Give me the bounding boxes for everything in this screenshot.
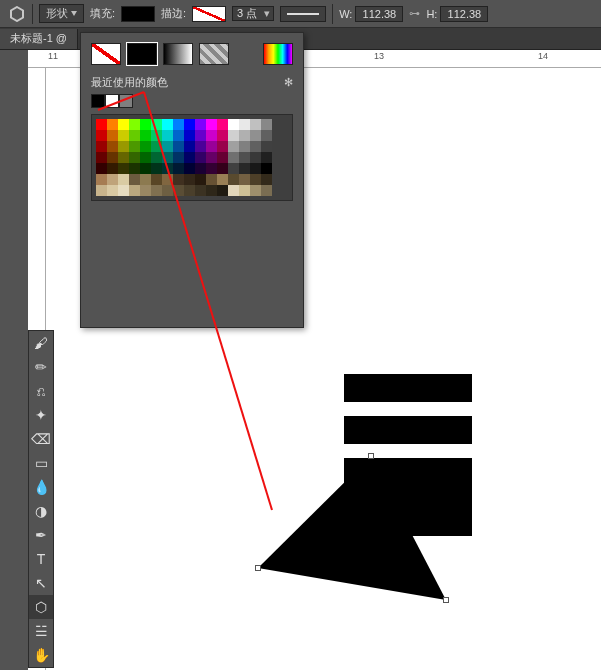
palette-swatch[interactable] (228, 141, 239, 152)
palette-swatch[interactable] (96, 141, 107, 152)
palette-swatch[interactable] (173, 119, 184, 130)
palette-swatch[interactable] (118, 119, 129, 130)
palette-swatch[interactable] (151, 141, 162, 152)
palette-swatch[interactable] (96, 119, 107, 130)
palette-swatch[interactable] (261, 185, 272, 196)
pen-icon[interactable]: ✒ (29, 523, 53, 547)
recent-color[interactable] (91, 94, 105, 108)
palette-swatch[interactable] (118, 163, 129, 174)
palette-swatch[interactable] (140, 185, 151, 196)
palette-swatch[interactable] (195, 141, 206, 152)
palette-swatch[interactable] (217, 174, 228, 185)
palette-swatch[interactable] (228, 185, 239, 196)
palette-swatch[interactable] (162, 141, 173, 152)
shape-mode-dropdown[interactable]: 形状 (39, 4, 84, 23)
palette-swatch[interactable] (129, 174, 140, 185)
palette-swatch[interactable] (217, 130, 228, 141)
palette-swatch[interactable] (129, 152, 140, 163)
palette-swatch[interactable] (96, 152, 107, 163)
palette-swatch[interactable] (195, 163, 206, 174)
palette-swatch[interactable] (151, 174, 162, 185)
palette-swatch[interactable] (239, 174, 250, 185)
palette-swatch[interactable] (228, 130, 239, 141)
anchor-point[interactable] (255, 565, 261, 571)
palette-swatch[interactable] (173, 130, 184, 141)
palette-swatch[interactable] (239, 141, 250, 152)
recent-color[interactable] (105, 94, 119, 108)
palette-swatch[interactable] (250, 130, 261, 141)
palette-swatch[interactable] (140, 152, 151, 163)
palette-swatch[interactable] (151, 130, 162, 141)
palette-swatch[interactable] (140, 130, 151, 141)
palette-swatch[interactable] (173, 185, 184, 196)
black-rectangle[interactable] (344, 416, 472, 444)
palette-swatch[interactable] (195, 130, 206, 141)
palette-swatch[interactable] (162, 185, 173, 196)
anchor-point[interactable] (443, 597, 449, 603)
palette-swatch[interactable] (217, 152, 228, 163)
recent-color[interactable] (119, 94, 133, 108)
palette-swatch[interactable] (195, 185, 206, 196)
palette-swatch[interactable] (228, 119, 239, 130)
palette-swatch[interactable] (239, 163, 250, 174)
palette-swatch[interactable] (118, 130, 129, 141)
palette-swatch[interactable] (261, 174, 272, 185)
blur-icon[interactable]: 💧 (29, 475, 53, 499)
palette-swatch[interactable] (118, 174, 129, 185)
palette-swatch[interactable] (250, 119, 261, 130)
palette-swatch[interactable] (239, 185, 250, 196)
palette-swatch[interactable] (250, 163, 261, 174)
palette-swatch[interactable] (107, 141, 118, 152)
palette-swatch[interactable] (151, 152, 162, 163)
palette-swatch[interactable] (162, 119, 173, 130)
eraser-icon[interactable]: ⌫ (29, 427, 53, 451)
history-brush-icon[interactable]: 🖌 (29, 331, 53, 355)
palette-swatch[interactable] (195, 174, 206, 185)
clone-stamp-icon[interactable]: ⎌ (29, 379, 53, 403)
palette-swatch[interactable] (151, 119, 162, 130)
palette-swatch[interactable] (217, 185, 228, 196)
palette-swatch[interactable] (239, 130, 250, 141)
palette-swatch[interactable] (129, 141, 140, 152)
palette-swatch[interactable] (195, 152, 206, 163)
palette-swatch[interactable] (261, 130, 272, 141)
palette-swatch[interactable] (217, 163, 228, 174)
palette-swatch[interactable] (217, 119, 228, 130)
palette-swatch[interactable] (206, 163, 217, 174)
fill-gradient-button[interactable] (163, 43, 193, 65)
stroke-width-value[interactable] (233, 8, 261, 20)
palette-swatch[interactable] (173, 163, 184, 174)
palette-swatch[interactable] (107, 119, 118, 130)
palette-swatch[interactable] (250, 152, 261, 163)
palette-swatch[interactable] (184, 163, 195, 174)
palette-swatch[interactable] (96, 130, 107, 141)
palette-swatch[interactable] (107, 130, 118, 141)
notes-icon[interactable]: ☱ (29, 619, 53, 643)
palette-swatch[interactable] (250, 174, 261, 185)
palette-swatch[interactable] (140, 141, 151, 152)
palette-swatch[interactable] (184, 152, 195, 163)
gear-icon[interactable]: ✻ (284, 76, 293, 89)
fill-none-button[interactable] (91, 43, 121, 65)
palette-swatch[interactable] (118, 141, 129, 152)
palette-swatch[interactable] (107, 163, 118, 174)
document-tab[interactable]: 未标题-1 @ (0, 29, 78, 49)
dodge-icon[interactable]: ◑ (29, 499, 53, 523)
path-select-icon[interactable]: ↖ (29, 571, 53, 595)
palette-swatch[interactable] (173, 174, 184, 185)
palette-swatch[interactable] (184, 174, 195, 185)
palette-swatch[interactable] (96, 174, 107, 185)
palette-swatch[interactable] (261, 141, 272, 152)
black-rectangle[interactable] (344, 374, 472, 402)
palette-swatch[interactable] (140, 119, 151, 130)
brush-icon[interactable]: ✏ (29, 355, 53, 379)
black-triangle[interactable] (246, 448, 466, 618)
palette-swatch[interactable] (184, 119, 195, 130)
palette-swatch[interactable] (96, 185, 107, 196)
anchor-point[interactable] (368, 453, 374, 459)
palette-swatch[interactable] (261, 163, 272, 174)
fill-pattern-button[interactable] (199, 43, 229, 65)
palette-swatch[interactable] (140, 174, 151, 185)
palette-swatch[interactable] (206, 130, 217, 141)
healing-icon[interactable]: ✦ (29, 403, 53, 427)
